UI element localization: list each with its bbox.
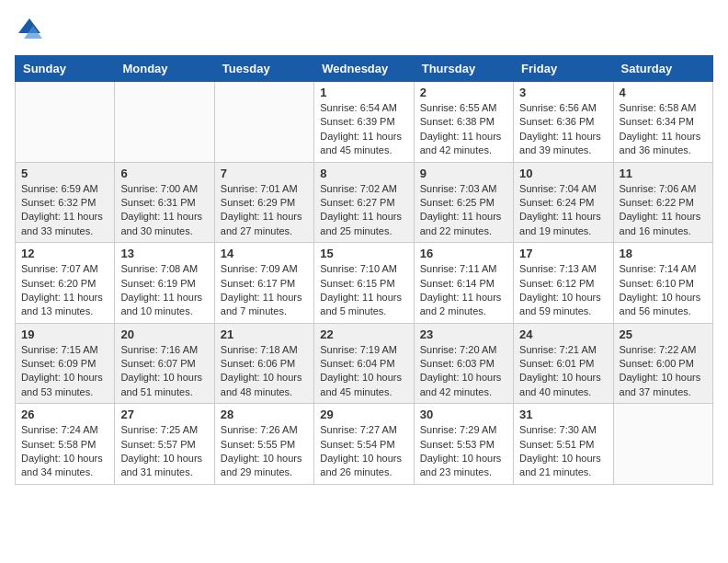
day-number: 24 — [519, 327, 607, 341]
calendar-day-18: 18Sunrise: 7:14 AM Sunset: 6:10 PM Dayli… — [613, 243, 712, 324]
calendar-table: SundayMondayTuesdayWednesdayThursdayFrid… — [15, 55, 713, 485]
calendar-week-row: 5Sunrise: 6:59 AM Sunset: 6:32 PM Daylig… — [16, 162, 713, 243]
calendar-day-8: 8Sunrise: 7:02 AM Sunset: 6:27 PM Daylig… — [314, 162, 414, 243]
calendar-week-row: 26Sunrise: 7:24 AM Sunset: 5:58 PM Dayli… — [16, 404, 713, 485]
day-number: 4 — [620, 86, 707, 99]
day-info: Sunrise: 7:06 AM Sunset: 6:22 PM Dayligh… — [620, 182, 707, 239]
day-number: 2 — [420, 86, 507, 99]
calendar-day-28: 28Sunrise: 7:26 AM Sunset: 5:55 PM Dayli… — [214, 404, 313, 485]
day-number: 16 — [420, 247, 507, 260]
logo — [15, 15, 48, 44]
calendar-day-5: 5Sunrise: 6:59 AM Sunset: 6:32 PM Daylig… — [16, 162, 115, 243]
day-number: 27 — [120, 408, 208, 421]
day-number: 19 — [21, 327, 108, 341]
day-info: Sunrise: 7:08 AM Sunset: 6:19 PM Dayligh… — [120, 262, 208, 319]
calendar-day-15: 15Sunrise: 7:10 AM Sunset: 6:15 PM Dayli… — [314, 243, 414, 324]
calendar-day-23: 23Sunrise: 7:20 AM Sunset: 6:03 PM Dayli… — [414, 323, 513, 404]
day-info: Sunrise: 7:25 AM Sunset: 5:57 PM Dayligh… — [120, 423, 208, 480]
day-number: 7 — [221, 167, 308, 180]
day-info: Sunrise: 7:15 AM Sunset: 6:09 PM Dayligh… — [21, 343, 108, 400]
day-info: Sunrise: 7:30 AM Sunset: 5:51 PM Dayligh… — [519, 423, 607, 480]
day-number: 8 — [320, 167, 407, 180]
calendar-day-26: 26Sunrise: 7:24 AM Sunset: 5:58 PM Dayli… — [16, 404, 115, 485]
calendar-empty-cell — [214, 82, 313, 163]
logo-icon — [15, 15, 44, 44]
day-number: 20 — [120, 327, 208, 341]
calendar-week-row: 19Sunrise: 7:15 AM Sunset: 6:09 PM Dayli… — [16, 323, 713, 404]
calendar-header-sunday: Sunday — [16, 56, 115, 82]
day-info: Sunrise: 6:55 AM Sunset: 6:38 PM Dayligh… — [420, 101, 507, 158]
day-info: Sunrise: 7:19 AM Sunset: 6:04 PM Dayligh… — [320, 343, 407, 400]
day-info: Sunrise: 7:07 AM Sunset: 6:20 PM Dayligh… — [21, 262, 108, 319]
calendar-day-31: 31Sunrise: 7:30 AM Sunset: 5:51 PM Dayli… — [514, 404, 613, 485]
day-number: 11 — [620, 167, 707, 180]
calendar-day-12: 12Sunrise: 7:07 AM Sunset: 6:20 PM Dayli… — [16, 243, 115, 324]
calendar-header-row: SundayMondayTuesdayWednesdayThursdayFrid… — [16, 56, 713, 82]
day-info: Sunrise: 7:14 AM Sunset: 6:10 PM Dayligh… — [620, 262, 707, 319]
day-info: Sunrise: 7:21 AM Sunset: 6:01 PM Dayligh… — [519, 343, 607, 400]
day-info: Sunrise: 7:13 AM Sunset: 6:12 PM Dayligh… — [519, 262, 607, 319]
day-number: 23 — [420, 327, 507, 341]
page-header — [15, 15, 713, 44]
calendar-header-friday: Friday — [514, 56, 613, 82]
day-info: Sunrise: 7:10 AM Sunset: 6:15 PM Dayligh… — [320, 262, 407, 319]
calendar-day-20: 20Sunrise: 7:16 AM Sunset: 6:07 PM Dayli… — [115, 323, 214, 404]
day-info: Sunrise: 6:54 AM Sunset: 6:39 PM Dayligh… — [320, 101, 407, 158]
day-info: Sunrise: 7:29 AM Sunset: 5:53 PM Dayligh… — [420, 423, 507, 480]
day-number: 17 — [519, 247, 607, 260]
day-info: Sunrise: 7:09 AM Sunset: 6:17 PM Dayligh… — [221, 262, 308, 319]
day-info: Sunrise: 7:27 AM Sunset: 5:54 PM Dayligh… — [320, 423, 407, 480]
calendar-day-11: 11Sunrise: 7:06 AM Sunset: 6:22 PM Dayli… — [613, 162, 712, 243]
day-info: Sunrise: 7:01 AM Sunset: 6:29 PM Dayligh… — [221, 182, 308, 239]
day-number: 12 — [21, 247, 108, 260]
svg-marker-0 — [18, 18, 40, 33]
day-number: 18 — [620, 247, 707, 260]
day-number: 14 — [221, 247, 308, 260]
day-info: Sunrise: 7:20 AM Sunset: 6:03 PM Dayligh… — [420, 343, 507, 400]
calendar-day-13: 13Sunrise: 7:08 AM Sunset: 6:19 PM Dayli… — [115, 243, 214, 324]
calendar-day-9: 9Sunrise: 7:03 AM Sunset: 6:25 PM Daylig… — [414, 162, 513, 243]
day-info: Sunrise: 7:02 AM Sunset: 6:27 PM Dayligh… — [320, 182, 407, 239]
day-info: Sunrise: 7:18 AM Sunset: 6:06 PM Dayligh… — [221, 343, 308, 400]
calendar-day-14: 14Sunrise: 7:09 AM Sunset: 6:17 PM Dayli… — [214, 243, 313, 324]
day-info: Sunrise: 7:24 AM Sunset: 5:58 PM Dayligh… — [21, 423, 108, 480]
calendar-header-monday: Monday — [115, 56, 214, 82]
calendar-day-24: 24Sunrise: 7:21 AM Sunset: 6:01 PM Dayli… — [514, 323, 613, 404]
day-number: 25 — [620, 327, 707, 341]
day-number: 31 — [519, 408, 607, 421]
calendar-empty-cell — [16, 82, 115, 163]
day-number: 13 — [120, 247, 208, 260]
day-info: Sunrise: 7:22 AM Sunset: 6:00 PM Dayligh… — [620, 343, 707, 400]
calendar-week-row: 12Sunrise: 7:07 AM Sunset: 6:20 PM Dayli… — [16, 243, 713, 324]
day-number: 22 — [320, 327, 407, 341]
day-number: 3 — [519, 86, 607, 99]
calendar-day-19: 19Sunrise: 7:15 AM Sunset: 6:09 PM Dayli… — [16, 323, 115, 404]
day-number: 1 — [320, 86, 407, 99]
calendar-header-wednesday: Wednesday — [314, 56, 414, 82]
day-number: 15 — [320, 247, 407, 260]
day-info: Sunrise: 7:04 AM Sunset: 6:24 PM Dayligh… — [519, 182, 607, 239]
calendar-header-thursday: Thursday — [414, 56, 513, 82]
calendar-day-27: 27Sunrise: 7:25 AM Sunset: 5:57 PM Dayli… — [115, 404, 214, 485]
calendar-day-6: 6Sunrise: 7:00 AM Sunset: 6:31 PM Daylig… — [115, 162, 214, 243]
calendar-day-3: 3Sunrise: 6:56 AM Sunset: 6:36 PM Daylig… — [514, 82, 613, 163]
day-info: Sunrise: 7:03 AM Sunset: 6:25 PM Dayligh… — [420, 182, 507, 239]
calendar-day-25: 25Sunrise: 7:22 AM Sunset: 6:00 PM Dayli… — [613, 323, 712, 404]
day-info: Sunrise: 7:11 AM Sunset: 6:14 PM Dayligh… — [420, 262, 507, 319]
day-number: 9 — [420, 167, 507, 180]
day-number: 10 — [519, 167, 607, 180]
calendar-day-17: 17Sunrise: 7:13 AM Sunset: 6:12 PM Dayli… — [514, 243, 613, 324]
day-info: Sunrise: 6:56 AM Sunset: 6:36 PM Dayligh… — [519, 101, 607, 158]
calendar-day-10: 10Sunrise: 7:04 AM Sunset: 6:24 PM Dayli… — [514, 162, 613, 243]
day-info: Sunrise: 7:00 AM Sunset: 6:31 PM Dayligh… — [120, 182, 208, 239]
day-number: 29 — [320, 408, 407, 421]
calendar-day-21: 21Sunrise: 7:18 AM Sunset: 6:06 PM Dayli… — [214, 323, 313, 404]
calendar-day-2: 2Sunrise: 6:55 AM Sunset: 6:38 PM Daylig… — [414, 82, 513, 163]
day-number: 6 — [120, 167, 208, 180]
calendar-header-saturday: Saturday — [613, 56, 712, 82]
calendar-day-16: 16Sunrise: 7:11 AM Sunset: 6:14 PM Dayli… — [414, 243, 513, 324]
calendar-header-tuesday: Tuesday — [214, 56, 313, 82]
day-number: 26 — [21, 408, 108, 421]
calendar-day-22: 22Sunrise: 7:19 AM Sunset: 6:04 PM Dayli… — [314, 323, 414, 404]
calendar-empty-cell — [115, 82, 214, 163]
